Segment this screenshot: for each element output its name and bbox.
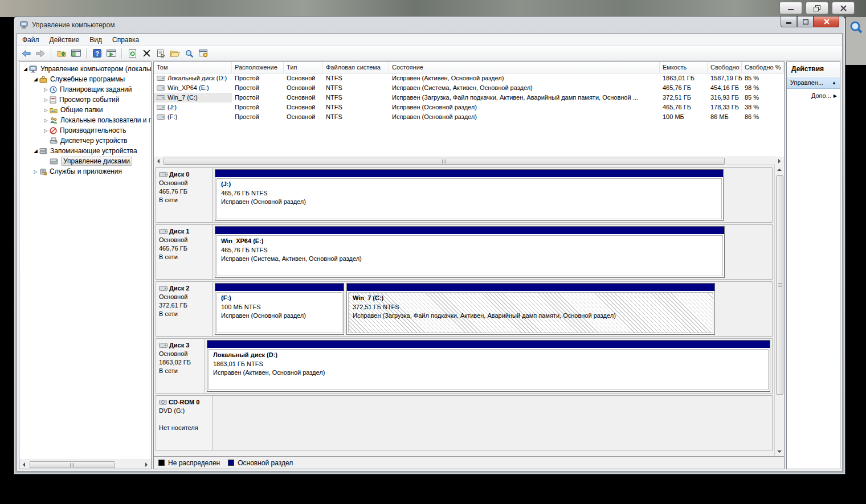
tree-item-task-scheduler[interactable]: ▷ Планировщик заданий xyxy=(19,84,151,95)
scrollbar-thumb[interactable] xyxy=(30,461,115,468)
column-header-volume[interactable]: Том xyxy=(154,62,232,73)
volume-type: Основной xyxy=(284,112,323,122)
tree-item-shared-folders[interactable]: ▷ Общие папки xyxy=(19,105,151,115)
show-hide-tree-icon[interactable] xyxy=(56,48,67,59)
scroll-up-icon[interactable] xyxy=(775,165,784,174)
tree-item-disk-management[interactable]: Управление дисками xyxy=(19,156,151,166)
actions-item-more[interactable]: Допо... ▶ xyxy=(787,89,840,103)
tree-horizontal-scrollbar[interactable] xyxy=(19,460,151,469)
menu-action[interactable]: Действие xyxy=(44,34,85,46)
actions-item-disk-management[interactable]: Управлен... ▲ xyxy=(787,76,840,89)
disk-row-3: Диск 3 Основной 1863,02 ГБ В сети Локаль… xyxy=(156,338,773,394)
titlebar[interactable]: Управление компьютером xyxy=(14,17,845,33)
expander-icon[interactable]: ▷ xyxy=(42,108,50,113)
column-header-status[interactable]: Состояние xyxy=(389,62,660,73)
volume-list-horizontal-scrollbar[interactable] xyxy=(154,157,784,165)
expander-icon[interactable]: ▷ xyxy=(42,87,50,92)
expander-icon[interactable]: ◢ xyxy=(32,148,39,154)
actions-title: Действия xyxy=(787,62,840,76)
disk-1-label[interactable]: Диск 1 Основной 465,76 ГБ В сети xyxy=(156,225,213,279)
disk-2-label[interactable]: Диск 2 Основной 372,61 ГБ В сети xyxy=(156,282,213,336)
menu-view[interactable]: Вид xyxy=(84,34,107,46)
outer-close-button[interactable] xyxy=(832,2,855,14)
collapse-icon[interactable]: ▲ xyxy=(832,80,836,85)
column-header-capacity[interactable]: Емкость xyxy=(660,62,708,73)
expander-icon[interactable]: ▷ xyxy=(42,97,50,103)
partition-d[interactable]: Локальный диск (D:) 1863,01 ГБ NTFS Испр… xyxy=(207,340,770,392)
console-tree-icon[interactable] xyxy=(70,48,81,59)
scroll-left-icon[interactable] xyxy=(154,157,163,165)
scroll-down-icon[interactable] xyxy=(775,447,784,456)
minimize-button[interactable] xyxy=(781,17,797,27)
open-folder-icon[interactable] xyxy=(169,48,181,59)
graphical-view-vertical-scrollbar[interactable] xyxy=(774,165,784,456)
partition-f[interactable]: (F:) 100 МБ NTFS Исправен (Основной разд… xyxy=(215,283,344,335)
expander-icon[interactable]: ▷ xyxy=(32,169,39,174)
scrollbar-thumb[interactable] xyxy=(164,158,725,165)
partition-status: Исправен (Система, Активен, Основной раз… xyxy=(221,255,718,264)
scroll-left-icon[interactable] xyxy=(19,460,28,469)
outer-minimize-button[interactable] xyxy=(779,2,802,14)
volume-row[interactable]: (F:) Простой Основной NTFS Исправен (Осн… xyxy=(154,112,784,122)
properties-icon[interactable] xyxy=(155,48,166,59)
column-header-filesystem[interactable]: Файловая система xyxy=(323,62,389,73)
refresh-icon[interactable] xyxy=(126,48,138,59)
back-icon[interactable] xyxy=(21,48,32,59)
tree-item-device-manager[interactable]: Диспетчер устройств xyxy=(19,136,151,146)
expander-icon[interactable]: ◢ xyxy=(22,66,29,72)
magnifier-icon[interactable] xyxy=(849,21,863,34)
volume-fs: NTFS xyxy=(323,103,389,112)
delete-icon[interactable] xyxy=(141,48,152,59)
menu-file[interactable]: Файл xyxy=(17,34,44,46)
action-pane-icon[interactable] xyxy=(105,48,117,59)
tree-item-services[interactable]: ▷ Службы и приложения xyxy=(19,166,151,177)
partition-j[interactable]: (J:) 465,76 ГБ NTFS Исправен (Основной р… xyxy=(215,169,724,221)
menu-help[interactable]: Справка xyxy=(107,34,144,46)
scroll-right-icon[interactable] xyxy=(775,157,784,165)
tree-item-label: Общие папки xyxy=(60,106,103,114)
outer-restore-button[interactable] xyxy=(806,2,828,14)
forward-icon[interactable] xyxy=(35,48,46,59)
expander-icon[interactable]: ▷ xyxy=(42,118,50,123)
column-header-free[interactable]: Свободно xyxy=(708,62,742,73)
find-icon[interactable] xyxy=(183,48,195,59)
tree-item-event-viewer[interactable]: ▷ Просмотр событий xyxy=(19,95,151,105)
partition-e[interactable]: Win_XP64 (E:) 465,76 ГБ NTFS Исправен (С… xyxy=(215,226,725,278)
close-button[interactable] xyxy=(814,17,839,27)
tree-item-storage[interactable]: ◢ Запоминающие устройства xyxy=(19,146,151,156)
disk-type: Основной xyxy=(159,179,210,187)
expander-icon[interactable]: ◢ xyxy=(32,76,39,82)
scrollbar-thumb[interactable] xyxy=(776,175,783,395)
column-header-layout[interactable]: Расположение xyxy=(232,62,284,73)
window-title: Управление компьютером xyxy=(32,21,115,29)
disk-management-pane: Том Расположение Тип Файловая система Со… xyxy=(153,62,785,469)
submenu-arrow-icon[interactable]: ▶ xyxy=(834,93,837,99)
volume-row[interactable]: Локальный диск (D:) Простой Основной NTF… xyxy=(154,73,784,83)
tree-item-system-tools[interactable]: ◢ Служебные программы xyxy=(19,74,151,84)
volume-free: 178,33 ГБ xyxy=(708,103,742,112)
partition-color-bar xyxy=(207,341,770,348)
volume-row-selected[interactable]: Win_7 (C:) Простой Основной NTFS Исправе… xyxy=(154,93,784,103)
tree-item-local-users[interactable]: ▷ Локальные пользователи и гру xyxy=(19,115,151,125)
expander-icon[interactable]: ▷ xyxy=(42,128,50,133)
tree-item-computer-management[interactable]: ◢ Управление компьютером (локальны xyxy=(19,64,151,74)
tree-item-performance[interactable]: ▷ Производительность xyxy=(19,125,151,136)
help-icon[interactable]: ? xyxy=(91,48,103,59)
column-header-free-pct[interactable]: Свободно % xyxy=(742,62,784,73)
disk-3-label[interactable]: Диск 3 Основной 1863,02 ГБ В сети xyxy=(156,339,205,393)
partition-c-selected[interactable]: Win_7 (C:) 372,51 ГБ NTFS Исправен (Загр… xyxy=(346,283,715,335)
legend-unallocated: Не распределен xyxy=(158,459,220,467)
cdrom-label[interactable]: CD-ROM 0 DVD (G:) Нет носителя xyxy=(156,396,213,450)
volume-name: (J:) xyxy=(168,103,177,112)
volume-row[interactable]: Win_XP64 (E:) Простой Основной NTFS Испр… xyxy=(154,83,784,93)
scroll-right-icon[interactable] xyxy=(142,460,151,469)
volume-status: Исправен (Загрузка, Файл подкачки, Актив… xyxy=(389,93,660,103)
console-options-icon[interactable] xyxy=(198,48,209,59)
tree: ◢ Управление компьютером (локальны ◢ Слу… xyxy=(19,62,151,177)
disk-0-label[interactable]: Диск 0 Основной 465,76 ГБ В сети xyxy=(156,168,213,222)
volume-row[interactable]: (J:) Простой Основной NTFS Исправен (Осн… xyxy=(154,103,784,112)
maximize-button[interactable] xyxy=(797,17,814,27)
disk-row-2: Диск 2 Основной 372,61 ГБ В сети (F:) xyxy=(156,281,773,337)
volume-layout: Простой xyxy=(232,112,284,122)
column-header-type[interactable]: Тип xyxy=(284,62,323,73)
